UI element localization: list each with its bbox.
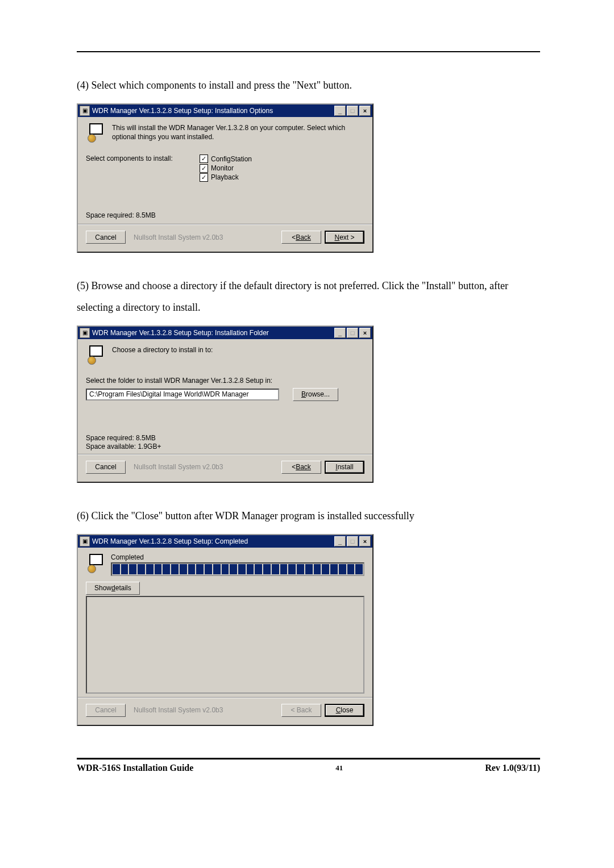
install-folder-dialog: ▣ WDR Manager Ver.1.3.2.8 Setup Setup: I… — [77, 326, 374, 483]
installer-icon — [86, 553, 106, 574]
details-box — [86, 596, 364, 694]
install-path-input[interactable] — [86, 389, 279, 400]
app-icon: ▣ — [80, 536, 90, 546]
back-button[interactable]: < Back — [281, 231, 321, 244]
space-required: Space required: 8.5MB — [86, 211, 364, 219]
app-icon: ▣ — [80, 328, 90, 338]
components-label: Select components to install: — [86, 155, 200, 162]
show-details-button[interactable]: Show details — [86, 582, 140, 595]
titlebar: ▣ WDR Manager Ver.1.3.2.8 Setup Setup: C… — [78, 535, 372, 548]
component-label: ConfigStation — [211, 155, 252, 164]
nullsoft-label: Nullsoft Install System v2.0b3 — [126, 706, 281, 714]
maximize-icon: □ — [347, 328, 358, 338]
separator — [78, 454, 372, 455]
footer-left: WDR-516S Installation Guide — [77, 763, 193, 773]
space-available: Space available: 1.9GB+ — [86, 443, 364, 450]
back-button[interactable]: < Back — [281, 461, 321, 474]
minimize-icon[interactable]: _ — [334, 106, 346, 116]
minimize-icon[interactable]: _ — [334, 328, 346, 338]
nullsoft-label: Nullsoft Install System v2.0b3 — [126, 233, 281, 241]
minimize-icon[interactable]: _ — [334, 536, 346, 546]
checkbox-icon[interactable]: ✓ — [200, 164, 208, 173]
title-text: WDR Manager Ver.1.3.2.8 Setup Setup: Com… — [92, 537, 333, 545]
title-text: WDR Manager Ver.1.3.2.8 Setup Setup: Ins… — [92, 329, 333, 337]
cancel-button: Cancel — [86, 704, 126, 717]
step-4-text: (4) Select which components to install a… — [77, 75, 540, 97]
footer-right: Rev 1.0(93/11) — [485, 763, 540, 773]
maximize-icon: □ — [347, 106, 358, 116]
installer-icon — [86, 345, 106, 365]
close-icon[interactable]: × — [359, 106, 371, 116]
step-5-text: (5) Browse and choose a directory if the… — [77, 276, 540, 319]
cancel-button[interactable]: Cancel — [86, 461, 126, 474]
component-label: Monitor — [211, 164, 234, 173]
separator — [78, 224, 372, 225]
close-icon[interactable]: × — [359, 328, 371, 338]
header-text: This will install the WDR Manager Ver.1.… — [112, 123, 364, 141]
progress-bar — [111, 562, 364, 576]
space-required: Space required: 8.5MB — [86, 434, 364, 442]
titlebar: ▣ WDR Manager Ver.1.3.2.8 Setup Setup: I… — [78, 327, 372, 339]
next-button[interactable]: Next > — [325, 231, 364, 244]
top-rule — [77, 51, 540, 52]
back-label: Back — [296, 233, 311, 241]
install-button[interactable]: Install — [325, 461, 364, 474]
back-button: < Back — [281, 704, 321, 717]
page-number: 41 — [335, 763, 343, 773]
component-item[interactable]: ✓ ConfigStation — [200, 155, 364, 164]
separator — [78, 697, 372, 698]
nullsoft-label: Nullsoft Install System v2.0b3 — [126, 463, 281, 471]
browse-button[interactable]: Browse... — [293, 388, 338, 401]
component-item[interactable]: ✓ Playback — [200, 173, 364, 182]
close-button[interactable]: Close — [325, 704, 364, 717]
step-6-text: (6) Click the "Close" button after WDR M… — [77, 506, 540, 527]
component-label: Playback — [211, 173, 239, 182]
page-footer: WDR-516S Installation Guide 41 Rev 1.0(9… — [77, 760, 540, 773]
app-icon: ▣ — [80, 106, 90, 116]
install-options-dialog: ▣ WDR Manager Ver.1.3.2.8 Setup Setup: I… — [77, 103, 374, 253]
maximize-icon: □ — [347, 536, 358, 546]
checkbox-icon[interactable]: ✓ — [200, 155, 208, 163]
titlebar: ▣ WDR Manager Ver.1.3.2.8 Setup Setup: I… — [78, 105, 372, 117]
installer-icon — [86, 123, 106, 143]
completed-label: Completed — [111, 553, 364, 561]
folder-label: Select the folder to install WDR Manager… — [86, 377, 364, 385]
component-item[interactable]: ✓ Monitor — [200, 164, 364, 173]
cancel-button[interactable]: Cancel — [86, 231, 126, 244]
back-label: Back — [296, 463, 311, 471]
header-text: Choose a directory to install in to: — [112, 345, 213, 354]
title-text: WDR Manager Ver.1.3.2.8 Setup Setup: Ins… — [92, 107, 333, 115]
install-completed-dialog: ▣ WDR Manager Ver.1.3.2.8 Setup Setup: C… — [77, 534, 374, 726]
checkbox-icon[interactable]: ✓ — [200, 173, 208, 182]
close-icon[interactable]: × — [359, 536, 371, 546]
